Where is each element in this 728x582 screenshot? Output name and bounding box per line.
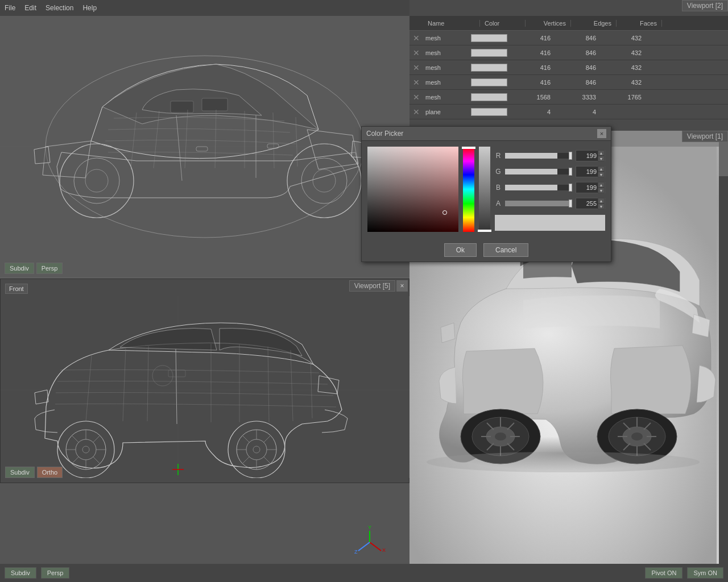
svg-text:X: X bbox=[382, 547, 386, 553]
ok-button[interactable]: Ok bbox=[444, 243, 477, 257]
row-faces-4: 432 bbox=[603, 79, 648, 86]
viewport5-close-button[interactable]: × bbox=[396, 280, 408, 292]
row-delete-1[interactable]: ✕ bbox=[410, 34, 423, 43]
pivot-on-button[interactable]: Pivot ON bbox=[645, 567, 682, 579]
viewport2-label: Viewport [2] bbox=[682, 0, 728, 11]
green-decrement[interactable]: ▼ bbox=[598, 172, 605, 177]
menu-help[interactable]: Help bbox=[82, 4, 97, 12]
cancel-button[interactable]: Cancel bbox=[483, 243, 528, 257]
menubar: File Edit Selection Help bbox=[0, 0, 410, 16]
viewport1-scrollbar[interactable] bbox=[719, 131, 728, 564]
statusbar: Subdiv Persp Pivot ON Sym ON bbox=[0, 564, 728, 582]
alpha-increment[interactable]: ▲ bbox=[598, 198, 605, 203]
ortho-button[interactable]: Ortho bbox=[37, 467, 63, 478]
hue-slider[interactable] bbox=[463, 147, 474, 232]
row-verts-4: 416 bbox=[512, 79, 557, 86]
front-view-label: Front bbox=[5, 284, 28, 294]
viewport5: Viewport [5] × Front bbox=[0, 278, 410, 483]
blue-slider[interactable] bbox=[505, 185, 572, 190]
subdiv-button-front[interactable]: Subdiv bbox=[5, 467, 35, 478]
viewport5-controls: Subdiv Ortho bbox=[5, 467, 63, 478]
table-row[interactable]: ✕ mesh 416 846 432 bbox=[410, 31, 728, 45]
col-vertices: Vertices bbox=[526, 20, 571, 27]
viewport1-label: Viewport [1] bbox=[682, 131, 728, 142]
alpha-value-box[interactable]: 255 ▲ ▼ bbox=[576, 198, 605, 209]
row-edges-5: 3333 bbox=[557, 94, 603, 101]
menu-file[interactable]: File bbox=[5, 4, 15, 12]
col-edges: Edges bbox=[571, 20, 617, 27]
subdiv-status-button[interactable]: Subdiv bbox=[5, 567, 36, 579]
alpha-decrement[interactable]: ▼ bbox=[598, 203, 605, 209]
red-value: 199 bbox=[576, 152, 598, 159]
persp-status-button[interactable]: Persp bbox=[41, 567, 70, 579]
row-edges-4: 846 bbox=[557, 79, 603, 86]
blue-value: 199 bbox=[576, 184, 598, 191]
alpha-row: A 255 ▲ ▼ bbox=[495, 197, 605, 210]
table-row[interactable]: ✕ mesh 416 846 432 bbox=[410, 60, 728, 75]
row-delete-6[interactable]: ✕ bbox=[410, 107, 423, 117]
alpha-slider[interactable] bbox=[479, 147, 490, 232]
green-row: G 199 ▲ ▼ bbox=[495, 165, 605, 178]
color-picker-dialog: Color Picker × R 199 bbox=[361, 126, 611, 262]
red-label: R bbox=[495, 152, 502, 160]
table-row[interactable]: ✕ mesh 416 846 432 bbox=[410, 45, 728, 60]
blue-label: B bbox=[495, 184, 502, 192]
svg-point-86 bbox=[631, 433, 643, 440]
blue-decrement[interactable]: ▼ bbox=[598, 188, 605, 193]
row-name-4: mesh bbox=[423, 79, 466, 86]
row-name-5: mesh bbox=[423, 94, 466, 101]
row-color-3[interactable] bbox=[466, 64, 512, 72]
row-delete-3[interactable]: ✕ bbox=[410, 63, 423, 72]
row-verts-6: 4 bbox=[512, 109, 557, 115]
blue-row: B 199 ▲ ▼ bbox=[495, 181, 605, 194]
alpha-label: A bbox=[495, 199, 502, 207]
row-faces-3: 432 bbox=[603, 64, 648, 71]
blue-value-box[interactable]: 199 ▲ ▼ bbox=[576, 182, 605, 193]
wireframe-top-view bbox=[0, 16, 410, 278]
svg-text:Y: Y bbox=[368, 525, 371, 530]
table-row[interactable]: ✕ mesh 416 846 432 bbox=[410, 75, 728, 90]
green-increment[interactable]: ▲ bbox=[598, 166, 605, 172]
row-color-2[interactable] bbox=[466, 49, 512, 57]
svg-text:Z: Z bbox=[354, 549, 358, 555]
gradient-indicator bbox=[442, 210, 447, 215]
row-color-6[interactable] bbox=[466, 108, 512, 116]
row-color-4[interactable] bbox=[466, 78, 512, 86]
sym-on-button[interactable]: Sym ON bbox=[687, 567, 723, 579]
red-slider[interactable] bbox=[505, 153, 572, 159]
row-verts-3: 416 bbox=[512, 64, 557, 71]
row-delete-5[interactable]: ✕ bbox=[410, 93, 423, 102]
row-faces-2: 432 bbox=[603, 49, 648, 56]
menu-edit[interactable]: Edit bbox=[24, 4, 36, 12]
green-slider[interactable] bbox=[505, 169, 572, 174]
row-color-5[interactable] bbox=[466, 93, 512, 101]
svg-point-74 bbox=[495, 433, 506, 440]
color-controls: R 199 ▲ ▼ G bbox=[495, 147, 605, 233]
col-name: Name bbox=[423, 20, 480, 27]
row-name-6: plane bbox=[423, 109, 466, 115]
col-faces: Faces bbox=[617, 20, 662, 27]
row-name-2: mesh bbox=[423, 49, 466, 56]
menu-selection[interactable]: Selection bbox=[46, 4, 73, 12]
row-color-1[interactable] bbox=[466, 34, 512, 42]
red-decrement[interactable]: ▼ bbox=[598, 156, 605, 161]
row-delete-4[interactable]: ✕ bbox=[410, 78, 423, 87]
green-value-box[interactable]: 199 ▲ ▼ bbox=[576, 166, 605, 177]
blue-increment[interactable]: ▲ bbox=[598, 182, 605, 188]
subdiv-button-top[interactable]: Subdiv bbox=[5, 263, 34, 274]
table-row[interactable]: ✕ mesh 1568 3333 1765 bbox=[410, 90, 728, 105]
red-value-box[interactable]: 199 ▲ ▼ bbox=[576, 150, 605, 161]
table-header: Name Color Vertices Edges Faces bbox=[410, 16, 728, 31]
red-row: R 199 ▲ ▼ bbox=[495, 149, 605, 163]
persp-button[interactable]: Persp bbox=[36, 263, 63, 274]
table-row[interactable]: ✕ plane 4 4 bbox=[410, 105, 728, 119]
color-picker-titlebar: Color Picker × bbox=[362, 127, 611, 141]
viewport0: Viewport [0] bbox=[0, 0, 410, 278]
color-gradient-picker[interactable] bbox=[367, 147, 458, 232]
alpha-control-slider[interactable] bbox=[505, 201, 572, 206]
row-faces-1: 432 bbox=[603, 35, 648, 41]
color-picker-close-button[interactable]: × bbox=[597, 129, 606, 138]
mesh-table: Name Color Vertices Edges Faces ✕ mesh 4… bbox=[410, 16, 728, 119]
row-delete-2[interactable]: ✕ bbox=[410, 48, 423, 57]
red-increment[interactable]: ▲ bbox=[598, 150, 605, 156]
